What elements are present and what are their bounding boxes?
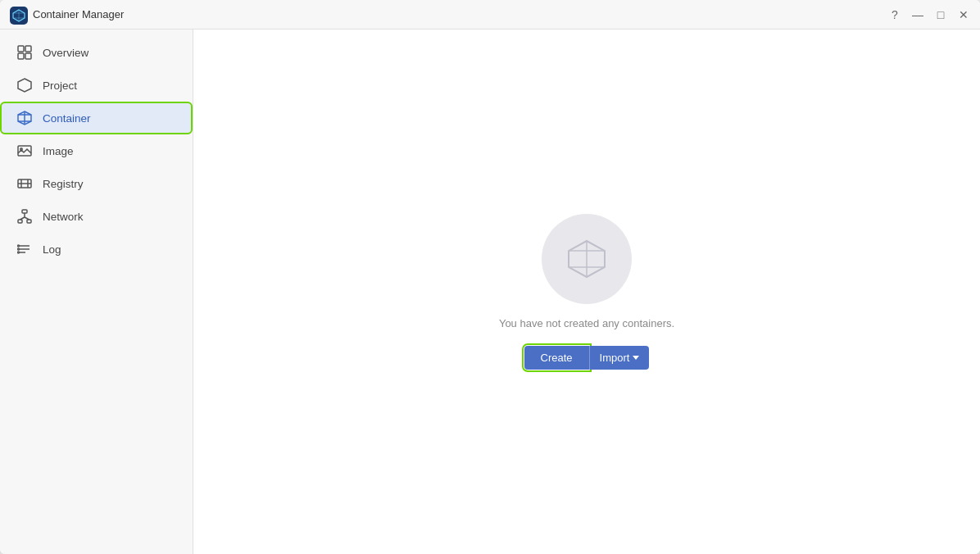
create-button[interactable]: Create	[524, 346, 589, 370]
app-window: Container Manager ? — □ ✕ Overview	[0, 0, 980, 554]
sidebar-label-registry: Registry	[43, 178, 84, 190]
sidebar-label-network: Network	[43, 211, 84, 223]
sidebar-item-overview[interactable]: Overview	[0, 36, 193, 69]
import-button[interactable]: Import	[589, 346, 650, 370]
registry-icon	[16, 175, 33, 192]
log-icon	[16, 241, 33, 257]
minimize-button[interactable]: —	[911, 8, 924, 21]
overview-icon	[16, 44, 33, 61]
sidebar-item-registry[interactable]: Registry	[0, 167, 193, 200]
svg-rect-4	[25, 53, 31, 59]
container-icon	[16, 110, 33, 126]
import-dropdown-icon	[633, 356, 639, 360]
app-title: Container Manager	[33, 8, 888, 20]
svg-point-25	[18, 245, 20, 247]
sidebar-label-project: Project	[43, 79, 77, 92]
action-buttons: Create Import	[524, 346, 650, 370]
svg-rect-18	[27, 220, 31, 223]
svg-point-27	[18, 252, 20, 253]
help-button[interactable]: ?	[888, 8, 901, 21]
image-icon	[16, 143, 33, 159]
sidebar-item-log[interactable]: Log	[0, 233, 193, 266]
sidebar-label-log: Log	[43, 243, 61, 256]
close-button[interactable]: ✕	[957, 8, 970, 21]
sidebar-label-image: Image	[43, 145, 74, 157]
svg-rect-16	[22, 210, 27, 213]
sidebar: Overview Project Co	[0, 30, 193, 554]
app-icon	[10, 7, 26, 23]
content-area: You have not created any containers. Cre…	[193, 30, 980, 554]
sidebar-item-image[interactable]: Image	[0, 134, 193, 167]
sidebar-item-project[interactable]: Project	[0, 69, 193, 102]
sidebar-item-container[interactable]: Container	[0, 102, 193, 134]
sidebar-label-overview: Overview	[43, 47, 88, 59]
svg-marker-5	[18, 79, 31, 92]
sidebar-label-container: Container	[43, 112, 91, 125]
empty-state: You have not created any containers. Cre…	[499, 214, 674, 370]
network-icon	[16, 208, 33, 225]
maximize-button[interactable]: □	[934, 8, 947, 21]
title-bar: Container Manager ? — □ ✕	[0, 0, 980, 30]
import-label: Import	[600, 352, 630, 364]
svg-line-20	[20, 217, 25, 220]
svg-rect-3	[18, 53, 24, 59]
sidebar-item-network[interactable]: Network	[0, 200, 193, 233]
svg-rect-2	[25, 46, 31, 52]
window-controls: ? — □ ✕	[888, 8, 970, 21]
svg-rect-17	[18, 220, 22, 223]
empty-message: You have not created any containers.	[499, 317, 674, 329]
project-icon	[16, 77, 33, 93]
empty-container-icon	[542, 214, 632, 304]
svg-point-26	[18, 248, 20, 250]
svg-line-21	[25, 217, 29, 220]
main-layout: Overview Project Co	[0, 30, 980, 554]
svg-rect-1	[18, 46, 24, 52]
